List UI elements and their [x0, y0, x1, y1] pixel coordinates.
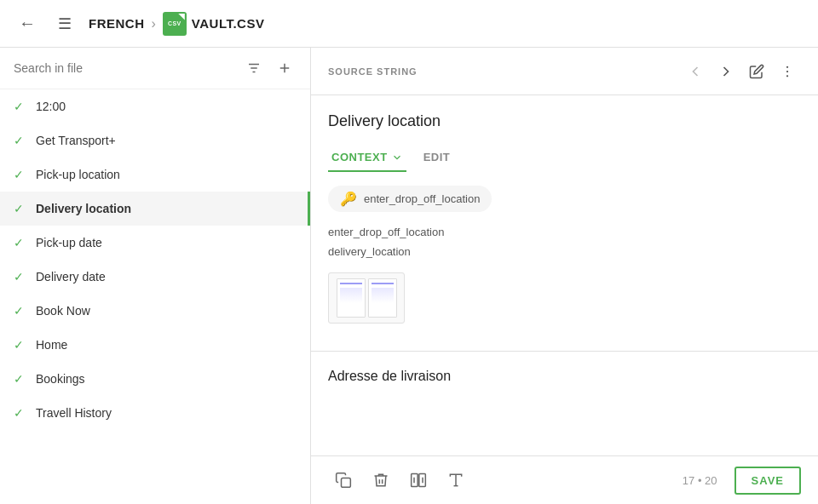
- sidebar: ✓ 12:00 ✓ Get Transport+ ✓ Pick-up locat…: [0, 48, 311, 504]
- sidebar-item-label: Pick-up location: [36, 168, 120, 181]
- sidebar-item-home[interactable]: ✓ Home: [0, 328, 310, 362]
- translation-text: Adresse de livraison: [328, 369, 801, 438]
- tab-context[interactable]: CONTEXT: [328, 144, 406, 172]
- check-icon: ✓: [14, 304, 27, 318]
- sidebar-item-label: Delivery date: [36, 270, 106, 284]
- sidebar-item-delivery-location[interactable]: ✓ Delivery location: [0, 192, 310, 226]
- context-keys: enter_drop_off_locationdelivery_location: [328, 222, 801, 262]
- panel-header: SOURCE STRING: [311, 48, 818, 95]
- char-limit: 20: [705, 474, 717, 487]
- filter-button[interactable]: [242, 56, 266, 80]
- panel-header-title: SOURCE STRING: [328, 66, 682, 77]
- file-name: VAULT.CSV: [192, 16, 265, 31]
- sidebar-item-12-00[interactable]: ✓ 12:00: [0, 89, 310, 123]
- char-count: 17 • 20: [683, 474, 717, 487]
- delete-button[interactable]: [366, 465, 396, 495]
- file-label: CSV VAULT.CSV: [163, 12, 265, 36]
- sidebar-item-label: Bookings: [36, 372, 85, 386]
- sidebar-item-pick-up-location[interactable]: ✓ Pick-up location: [0, 158, 310, 192]
- back-button[interactable]: ←: [14, 10, 41, 37]
- key-icon: 🔑: [340, 191, 357, 207]
- key-badge-text: enter_drop_off_location: [364, 192, 480, 205]
- add-button[interactable]: [273, 56, 297, 80]
- edit-button[interactable]: [743, 58, 770, 85]
- sidebar-item-label: Get Transport+: [36, 134, 116, 147]
- translation-area: Adresse de livraison: [311, 352, 818, 455]
- diff-button[interactable]: [403, 465, 434, 495]
- check-icon: ✓: [14, 100, 27, 113]
- tabs-row: CONTEXT EDIT: [328, 144, 801, 172]
- check-icon: ✓: [14, 338, 27, 352]
- sidebar-search-bar: [0, 48, 310, 89]
- language-label: FRENCH: [89, 16, 145, 31]
- check-icon: ✓: [14, 236, 27, 249]
- format-button[interactable]: [441, 465, 471, 495]
- sidebar-item-label: 12:00: [36, 100, 66, 113]
- breadcrumb: FRENCH › CSV VAULT.CSV: [89, 12, 264, 36]
- check-icon: ✓: [14, 202, 27, 215]
- svg-point-7: [786, 75, 788, 77]
- sidebar-item-label: Pick-up date: [36, 236, 102, 249]
- check-icon: ✓: [14, 168, 27, 181]
- nav-next-button[interactable]: [712, 58, 740, 85]
- check-icon: ✓: [14, 406, 27, 420]
- context-key: enter_drop_off_location: [328, 222, 801, 242]
- sidebar-item-delivery-date[interactable]: ✓ Delivery date: [0, 260, 310, 294]
- context-key: delivery_location: [328, 242, 801, 261]
- panel-nav: [682, 58, 801, 85]
- breadcrumb-chevron: ›: [152, 16, 156, 32]
- svg-point-6: [786, 70, 788, 72]
- check-icon: ✓: [14, 270, 27, 284]
- check-icon: ✓: [14, 372, 27, 386]
- nav-prev-button[interactable]: [682, 58, 709, 85]
- thumb-page-1: [337, 278, 366, 318]
- csv-icon: CSV: [163, 12, 187, 36]
- sidebar-item-label: Home: [36, 338, 67, 352]
- sidebar-item-travell-history[interactable]: ✓ Travell History: [0, 396, 310, 430]
- save-button[interactable]: SAVE: [734, 467, 801, 495]
- search-input[interactable]: [14, 61, 235, 75]
- menu-button[interactable]: ☰: [51, 10, 78, 37]
- sidebar-item-book-now[interactable]: ✓ Book Now: [0, 294, 310, 328]
- sidebar-list: ✓ 12:00 ✓ Get Transport+ ✓ Pick-up locat…: [0, 89, 310, 504]
- sidebar-item-label: Delivery location: [36, 202, 131, 215]
- tab-edit[interactable]: EDIT: [420, 144, 454, 172]
- app-header: ← ☰ FRENCH › CSV VAULT.CSV: [0, 0, 818, 48]
- context-content: 🔑 enter_drop_off_location enter_drop_off…: [328, 172, 801, 351]
- sidebar-item-get-transport[interactable]: ✓ Get Transport+: [0, 123, 310, 158]
- check-icon: ✓: [14, 134, 27, 147]
- source-string-area: Delivery location CONTEXT EDIT 🔑 enter_d…: [311, 95, 818, 352]
- sidebar-item-bookings[interactable]: ✓ Bookings: [0, 362, 310, 396]
- more-options-button[interactable]: [774, 58, 801, 85]
- sidebar-item-label: Book Now: [36, 304, 90, 318]
- sidebar-item-label: Travell History: [36, 406, 112, 420]
- sidebar-toolbar: [242, 56, 297, 80]
- svg-rect-8: [342, 478, 351, 488]
- copy-to-translation-button[interactable]: [328, 465, 359, 495]
- key-badge: 🔑 enter_drop_off_location: [328, 186, 492, 212]
- thumb-page-2: [368, 278, 397, 318]
- main-layout: ✓ 12:00 ✓ Get Transport+ ✓ Pick-up locat…: [0, 48, 818, 504]
- svg-point-5: [786, 66, 788, 67]
- context-thumbnail: [328, 272, 405, 324]
- char-current: 17: [683, 474, 694, 487]
- sidebar-item-pick-up-date[interactable]: ✓ Pick-up date: [0, 226, 310, 260]
- source-string-title: Delivery location: [328, 112, 801, 130]
- char-separator: •: [698, 474, 702, 487]
- bottom-toolbar: 17 • 20 SAVE: [311, 455, 818, 504]
- right-panel: SOURCE STRING Delivery location: [311, 48, 818, 504]
